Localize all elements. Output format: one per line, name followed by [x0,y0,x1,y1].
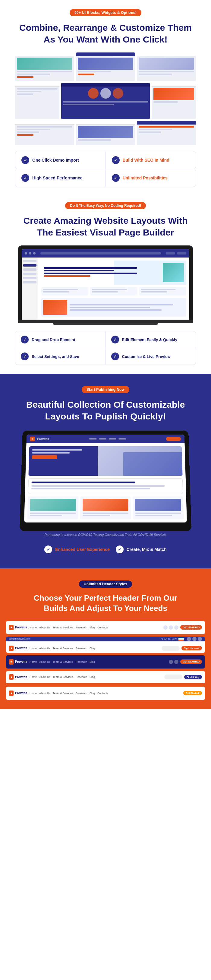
card-line [141,291,167,293]
hp-main-row-2: Provetta Home About Us Team & Services R… [6,644,205,653]
hp-icon-3 [174,625,178,630]
laptop-content-cards [41,287,186,296]
tablet-nav [89,438,126,440]
hp-icons-1 [163,625,178,630]
tablet-nav-item-1 [89,438,97,440]
window-dot-2 [29,252,31,255]
header-preview-5: Provetta Home About Us Team & Services R… [6,687,205,700]
laptop-hero [41,261,186,285]
hp-nav-contacts-5: Contacts [97,692,108,695]
bf-label-3: Select Settings, and Save [32,354,79,359]
hp-nav-3: Home About Us Team & Services Research B… [30,660,167,663]
section-headers: Unlimited Header Styles Choose Your Perf… [0,568,211,709]
hp-social-icon [187,637,191,641]
section3-badge: Start Publishing Now [82,386,130,393]
bf-check-3 [21,353,29,360]
hp-nav-research-5: Research [76,692,87,695]
hp-nav-team-3: Team & Services [53,660,73,663]
check-icon-3 [21,174,29,182]
screenshot-1 [15,52,74,81]
hero-line-2 [44,270,114,271]
pf-check-2 [116,546,124,553]
publish-features: Enhanced User Experience Create, Mix & M… [15,546,196,553]
tablet-mockup: ★ Provetta [12,430,199,536]
hp-nav-research-1: Research [76,626,87,629]
sidebar-item-6 [23,281,36,283]
hp-search-4[interactable] [164,675,182,679]
hp-nav-blog-5: Blog [89,692,95,695]
hero-line-1 [44,267,137,269]
hp-icon-dark-1 [169,660,173,664]
tablet-card-img-2 [82,499,129,511]
tablet-card-line [82,512,129,514]
hp-actions-1: GET STARTED [163,625,202,630]
hp-icon-2 [169,625,173,630]
hp-nav-team-2: Team & Services [53,647,73,650]
hp-nav-2: Home About Us Team & Services Research B… [30,647,159,650]
bf-check-4 [111,353,119,360]
hp-search-2[interactable] [162,646,180,651]
builder-features-grid: Drag and Drop Element Edit Element Easil… [15,331,196,365]
sidebar-item-5 [23,277,36,279]
hp-logo-icon-4 [9,674,14,680]
section2-badge: Do It The Easy Way, No Coding Required! [65,202,146,209]
feature-item-1: One Click Demo Import [15,151,106,169]
tablet-card-line [30,512,76,514]
hp-cta-btn-4[interactable]: Find A Way [184,675,202,679]
screenshot-9 [137,121,196,145]
screenshot-5-center [61,83,150,119]
laptop-card-3 [139,287,186,296]
laptop-main-content [38,258,189,320]
features-row: One Click Demo Import Build With SEO In … [15,151,196,169]
screenshot-4 [15,83,59,119]
hp-nav-team-4: Team & Services [53,675,73,678]
feature-item-2: Build With SEO In Mind [106,151,196,169]
tablet-screen: ★ Provetta [24,434,187,523]
screenshot-3 [137,52,196,81]
hp-top-text-right: +1 234 567 8900 [161,638,177,640]
hp-logo-2: Provetta [9,646,27,651]
hp-cta-btn-5[interactable]: Get Started! [183,691,202,695]
hp-top-bar-2: contact@provetta.com +1 234 567 8900 [6,636,205,641]
hp-actions-2: Sign Up Now! [162,646,202,651]
section4-title: Choose Your Perfect Header From OurBuild… [6,593,205,614]
check-icon-2 [112,156,120,164]
window-dot-1 [25,252,27,255]
hp-logo-text-1: Provetta [15,626,27,629]
hp-logo-1: Provetta [9,625,27,630]
hp-nav-home-1: Home [30,626,37,629]
screenshot-6 [152,83,196,119]
tablet-card-img-1 [30,499,76,511]
bf-item-4: Customize & Live Preview [106,348,196,364]
hp-cta-btn-1[interactable]: GET STARTED [180,625,202,630]
laptop-card-1 [41,287,88,296]
hp-social-icon [192,637,197,641]
tablet-card-line [135,512,181,514]
tablet-hero [29,446,182,476]
hero-line-4 [44,275,90,277]
laptop-sidebar [22,258,38,320]
hp-nav-home-2: Home [30,647,37,650]
tablet-body: ★ Provetta [20,431,191,531]
hp-nav-blog-4: Blog [89,675,95,678]
builder-features-row-2: Select Settings, and Save Customize & Li… [15,348,196,364]
header-previews-list: Provetta Home About Us Team & Services R… [6,621,205,700]
hp-nav-1: Home About Us Team & Services Research B… [30,626,161,629]
hp-cta-btn-3[interactable]: GET STARTED [180,659,202,664]
card-line [141,289,176,290]
tablet-screen-header: ★ Provetta [27,434,185,443]
hp-cta-btn-2[interactable]: Sign Up Now! [181,646,202,651]
hp-logo-text-4: Provetta [15,675,27,679]
tablet-hero-btn [32,455,57,459]
laptop-card-2 [90,287,137,296]
section1-title: Combine, Rearrange & Customize ThemAs Yo… [12,22,199,45]
window-dot-3 [33,252,36,255]
tablet-nav-item-2 [99,438,106,440]
hp-icons-2 [187,637,202,641]
sidebar-item-3 [23,268,36,271]
bf-label-2: Edit Element Easily & Quickly [122,337,178,342]
sidebar-item-1 [23,260,36,262]
feature-label-3: High Speed Performance [32,175,82,180]
bf-check-1 [21,336,29,344]
hp-logo-text-5: Provetta [15,691,27,695]
